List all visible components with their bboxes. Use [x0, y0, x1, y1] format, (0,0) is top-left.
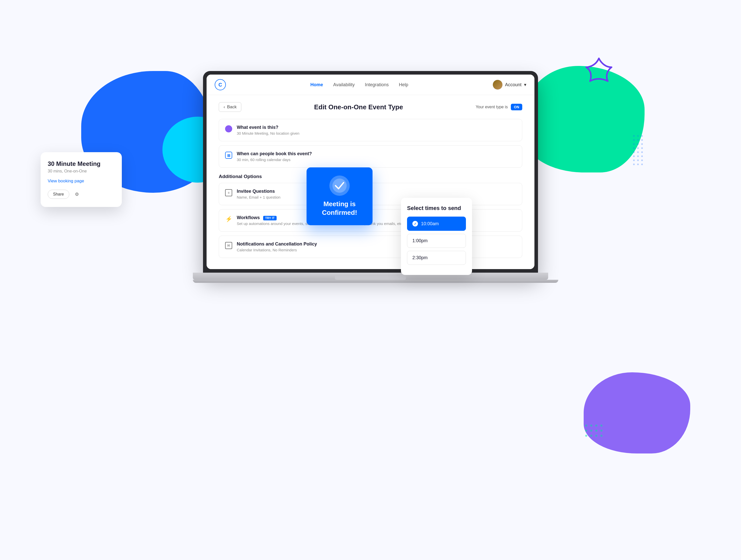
gear-button[interactable]: ⚙ [72, 190, 81, 199]
what-event-title: What event is this? [237, 125, 299, 130]
nav-help[interactable]: Help [399, 82, 408, 87]
svg-point-48 [585, 424, 587, 426]
toggle-row: Your event type is ON [476, 104, 522, 110]
laptop-foot [193, 280, 558, 283]
svg-point-26 [641, 135, 643, 137]
avatar [493, 80, 502, 89]
avatar-image [493, 80, 502, 89]
svg-point-56 [585, 435, 587, 437]
invitee-questions-title: Invitee Questions [237, 189, 280, 194]
svg-point-36 [633, 151, 635, 153]
try-it-badge: TRY IT [263, 216, 277, 220]
time-check-1: ✓ [412, 221, 418, 227]
nav-integrations[interactable]: Integrations [365, 82, 389, 87]
select-times-title: Select times to send [407, 205, 466, 212]
view-booking-link[interactable]: View booking page [48, 178, 115, 184]
mobile-card-subtitle: 30 mins, One-on-One [48, 169, 115, 173]
svg-point-30 [633, 143, 635, 145]
invitee-questions-subtitle: Name, Email + 1 question [237, 195, 280, 199]
nav-home[interactable]: Home [310, 82, 323, 87]
back-chevron: ‹ [223, 104, 225, 109]
notifications-subtitle: Calendar Invitations, No Reminders [237, 248, 317, 252]
svg-point-33 [633, 147, 635, 149]
svg-point-32 [641, 143, 643, 145]
event-type-label: Your event type is [476, 105, 508, 109]
svg-point-39 [633, 155, 635, 157]
share-button[interactable]: Share [48, 190, 69, 199]
meeting-confirmed-card: Meeting is Confirmed! [307, 167, 373, 225]
browser-nav: C Home Availability Integrations Help Ac… [207, 75, 534, 95]
svg-point-28 [637, 139, 639, 141]
gear-icon: ⚙ [75, 191, 79, 197]
svg-point-46 [637, 164, 639, 165]
svg-point-55 [600, 430, 602, 432]
time-option-2[interactable]: 1:00pm [407, 234, 466, 248]
svg-point-43 [637, 160, 639, 161]
svg-point-25 [637, 135, 639, 137]
what-event-info: What event is this? 30 Minute Meeting, N… [237, 125, 299, 136]
purple-dot-icon [225, 125, 232, 133]
dots-right [632, 132, 652, 172]
list-icon: ≡ [225, 189, 232, 196]
what-event-section[interactable]: What event is this? 30 Minute Meeting, N… [219, 119, 522, 141]
when-book-subtitle: 30 min, 60 rolling calendar days [237, 158, 312, 162]
account-chevron: ▾ [524, 82, 526, 87]
when-book-title: When can people book this event? [237, 151, 312, 157]
svg-point-41 [641, 155, 643, 157]
mobile-card-actions: Share ⚙ [48, 190, 115, 199]
svg-point-50 [595, 424, 597, 426]
svg-point-51 [600, 424, 602, 426]
svg-point-37 [637, 151, 639, 153]
time-label-3: 2:30pm [412, 255, 427, 260]
bolt-icon: ⚡ [225, 216, 232, 223]
page-title: Edit One-on-One Event Type [314, 103, 403, 111]
time-option-1[interactable]: ✓ 10:00am [407, 217, 466, 231]
notifications-section[interactable]: ✉ Notifications and Cancellation Policy … [219, 236, 522, 258]
notifications-info: Notifications and Cancellation Policy Ca… [237, 241, 317, 252]
nav-availability[interactable]: Availability [333, 82, 355, 87]
svg-point-54 [595, 430, 597, 432]
account-label: Account [505, 82, 522, 87]
svg-point-57 [590, 435, 592, 437]
svg-point-27 [633, 139, 635, 141]
brand-logo: C [215, 79, 226, 90]
time-label-1: 10:00am [421, 221, 439, 227]
mobile-card: 30 Minute Meeting 30 mins, One-on-One Vi… [41, 152, 122, 207]
mobile-card-title: 30 Minute Meeting [48, 160, 115, 167]
svg-point-58 [595, 435, 597, 437]
svg-point-35 [641, 147, 643, 149]
nav-account[interactable]: Account ▾ [493, 80, 526, 89]
notifications-title: Notifications and Cancellation Policy [237, 241, 317, 247]
select-times-panel: Select times to send ✓ 10:00am 1:00pm 2:… [401, 198, 472, 275]
toggle-on[interactable]: ON [511, 104, 522, 110]
envelope-icon: ✉ [225, 242, 232, 249]
time-label-2: 1:00pm [412, 238, 427, 243]
dots-teal [584, 423, 609, 443]
svg-point-40 [637, 155, 639, 157]
svg-point-31 [637, 143, 639, 145]
svg-point-24 [633, 135, 635, 137]
svg-point-52 [585, 430, 587, 432]
what-event-subtitle: 30 Minute Meeting, No location given [237, 131, 299, 136]
svg-point-49 [590, 424, 592, 426]
back-label: Back [227, 104, 237, 109]
svg-point-47 [641, 164, 643, 165]
bg-star-purple [579, 56, 619, 96]
svg-point-53 [590, 430, 592, 432]
confirmed-title: Meeting is Confirmed! [313, 200, 366, 217]
time-option-3[interactable]: 2:30pm [407, 251, 466, 265]
invitee-questions-info: Invitee Questions Name, Email + 1 questi… [237, 189, 280, 199]
laptop-base [193, 273, 548, 280]
svg-point-44 [641, 160, 643, 161]
when-book-info: When can people book this event? 30 min,… [237, 151, 312, 162]
svg-point-59 [600, 435, 602, 437]
svg-point-34 [637, 147, 639, 149]
svg-point-42 [633, 160, 635, 161]
back-button[interactable]: ‹ Back [219, 102, 241, 112]
when-book-section[interactable]: ▦ When can people book this event? 30 mi… [219, 145, 522, 168]
page-header: ‹ Back Edit One-on-One Event Type Your e… [219, 102, 522, 112]
calendar-icon: ▦ [225, 152, 232, 159]
svg-point-38 [641, 151, 643, 153]
svg-point-60 [332, 178, 347, 193]
confirmed-check-icon [329, 175, 350, 196]
